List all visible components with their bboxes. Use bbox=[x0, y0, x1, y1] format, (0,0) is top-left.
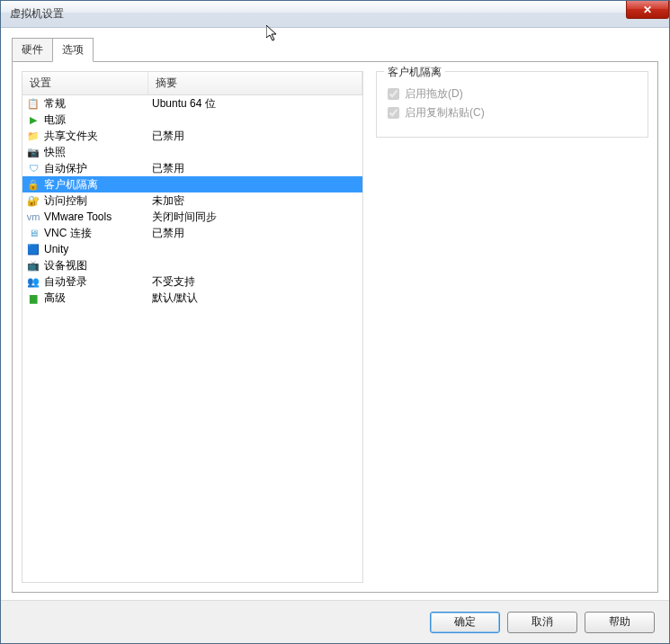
row-snapshots-label: 快照 bbox=[44, 145, 152, 160]
row-access-control-summary: 未加密 bbox=[152, 193, 359, 209]
row-vmware-tools-label: VMware Tools bbox=[44, 210, 152, 223]
row-unity-label: Unity bbox=[44, 243, 152, 255]
row-autoprotect-summary: 已禁用 bbox=[152, 161, 359, 176]
row-shared-folders[interactable]: 📁共享文件夹已禁用 bbox=[22, 128, 362, 144]
row-unity-icon: 🟦 bbox=[26, 242, 40, 256]
enable-drag-row[interactable]: 启用拖放(D) bbox=[388, 86, 637, 102]
row-advanced[interactable]: ▆高级默认/默认 bbox=[22, 290, 362, 306]
row-autologon[interactable]: 👥自动登录不受支持 bbox=[22, 273, 362, 290]
row-power-icon: ▶ bbox=[26, 112, 40, 127]
row-autoprotect[interactable]: 🛡自动保护已禁用 bbox=[22, 160, 362, 176]
ok-button[interactable]: 确定 bbox=[430, 612, 500, 633]
row-guest-isolation-icon: 🔒 bbox=[26, 177, 40, 192]
row-snapshots[interactable]: 📷快照 bbox=[22, 144, 362, 160]
settings-window: 虚拟机设置 ✕ 硬件 选项 设置 摘要 📋常规Ubuntu 64 位▶电源📁共享… bbox=[0, 0, 670, 644]
row-advanced-label: 高级 bbox=[44, 291, 152, 306]
row-guest-isolation-label: 客户机隔离 bbox=[44, 177, 152, 192]
row-power[interactable]: ▶电源 bbox=[22, 112, 362, 128]
list-body: 📋常规Ubuntu 64 位▶电源📁共享文件夹已禁用📷快照🛡自动保护已禁用🔒客户… bbox=[22, 95, 362, 582]
row-general-icon: 📋 bbox=[26, 96, 40, 111]
row-access-control[interactable]: 🔐访问控制未加密 bbox=[22, 192, 362, 209]
row-autologon-summary: 不受支持 bbox=[152, 274, 359, 290]
row-general[interactable]: 📋常规Ubuntu 64 位 bbox=[22, 95, 362, 112]
enable-drag-label: 启用拖放(D) bbox=[405, 86, 463, 102]
row-vnc-icon: 🖥 bbox=[26, 226, 40, 240]
row-shared-folders-label: 共享文件夹 bbox=[44, 129, 152, 144]
tabs: 硬件 选项 bbox=[1, 28, 669, 61]
enable-copy-label: 启用复制粘贴(C) bbox=[405, 105, 485, 121]
tab-hardware[interactable]: 硬件 bbox=[12, 38, 53, 62]
titlebar[interactable]: 虚拟机设置 ✕ bbox=[1, 1, 669, 28]
settings-list: 设置 摘要 📋常规Ubuntu 64 位▶电源📁共享文件夹已禁用📷快照🛡自动保护… bbox=[22, 71, 363, 583]
guest-isolation-group: 客户机隔离 启用拖放(D) 启用复制粘贴(C) bbox=[376, 71, 648, 138]
col-header-summary[interactable]: 摘要 bbox=[148, 72, 362, 94]
row-vnc[interactable]: 🖥VNC 连接已禁用 bbox=[22, 225, 362, 241]
enable-copy-row[interactable]: 启用复制粘贴(C) bbox=[388, 105, 637, 121]
row-device-view-icon: 📺 bbox=[26, 258, 40, 273]
window-title: 虚拟机设置 bbox=[10, 6, 64, 22]
row-guest-isolation[interactable]: 🔒客户机隔离 bbox=[22, 176, 362, 192]
row-vmware-tools-icon: vm bbox=[26, 210, 40, 224]
footer: 确定 取消 帮助 bbox=[1, 600, 669, 643]
row-shared-folders-summary: 已禁用 bbox=[152, 129, 359, 144]
close-icon: ✕ bbox=[643, 4, 652, 16]
close-button[interactable]: ✕ bbox=[626, 1, 669, 19]
group-title: 客户机隔离 bbox=[384, 65, 445, 80]
list-header: 设置 摘要 bbox=[22, 72, 362, 95]
enable-copy-checkbox[interactable] bbox=[388, 107, 399, 119]
row-vnc-summary: 已禁用 bbox=[152, 226, 359, 241]
row-autoprotect-icon: 🛡 bbox=[26, 161, 40, 175]
row-autologon-icon: 👥 bbox=[26, 274, 40, 289]
row-power-label: 电源 bbox=[44, 112, 152, 128]
row-autoprotect-label: 自动保护 bbox=[44, 161, 152, 176]
row-vmware-tools[interactable]: vmVMware Tools关闭时间同步 bbox=[22, 209, 362, 225]
row-device-view-label: 设备视图 bbox=[44, 258, 152, 273]
row-shared-folders-icon: 📁 bbox=[26, 129, 40, 143]
row-advanced-summary: 默认/默认 bbox=[152, 291, 359, 306]
enable-drag-checkbox[interactable] bbox=[388, 88, 399, 100]
row-unity[interactable]: 🟦Unity bbox=[22, 241, 362, 257]
row-device-view[interactable]: 📺设备视图 bbox=[22, 257, 362, 273]
row-access-control-label: 访问控制 bbox=[44, 193, 152, 209]
row-autologon-label: 自动登录 bbox=[44, 274, 152, 290]
col-header-setting[interactable]: 设置 bbox=[22, 72, 148, 94]
cancel-button[interactable]: 取消 bbox=[507, 612, 577, 633]
row-general-label: 常规 bbox=[44, 96, 152, 112]
row-vnc-label: VNC 连接 bbox=[44, 226, 152, 241]
row-advanced-icon: ▆ bbox=[26, 291, 40, 305]
row-general-summary: Ubuntu 64 位 bbox=[152, 96, 359, 112]
row-access-control-icon: 🔐 bbox=[26, 193, 40, 208]
row-vmware-tools-summary: 关闭时间同步 bbox=[152, 210, 359, 225]
row-snapshots-icon: 📷 bbox=[26, 145, 40, 159]
tab-options[interactable]: 选项 bbox=[52, 38, 94, 62]
help-button[interactable]: 帮助 bbox=[585, 612, 655, 633]
detail-panel: 客户机隔离 启用拖放(D) 启用复制粘贴(C) bbox=[376, 71, 648, 583]
content-pane: 设置 摘要 📋常规Ubuntu 64 位▶电源📁共享文件夹已禁用📷快照🛡自动保护… bbox=[12, 61, 658, 593]
